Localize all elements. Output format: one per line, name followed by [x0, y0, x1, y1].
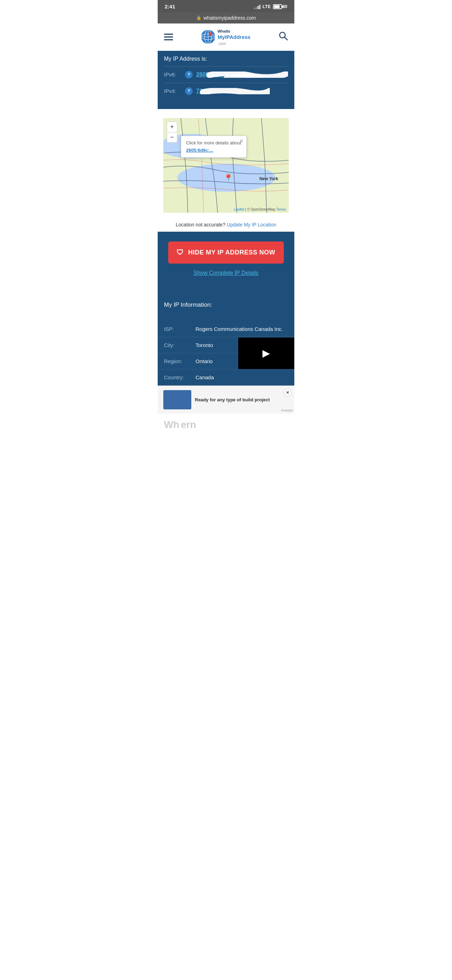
country-row: Country: Canada — [158, 369, 294, 385]
map-zoom-out-button[interactable]: − — [167, 132, 177, 143]
map-svg — [163, 118, 289, 213]
shield-icon: 🛡 — [177, 248, 184, 256]
bottom-ad-banner: Ready for any type of build project ✕ Fr… — [158, 385, 294, 414]
ip-details-container: ISP: Rogers Communications Canada Inc. C… — [158, 321, 294, 385]
city-label: City: — [164, 342, 196, 348]
play-button-icon[interactable]: ▶ — [263, 347, 270, 359]
ad-text-area: Ready for any type of build project — [195, 396, 289, 403]
ad-title: Ready for any type of build project — [195, 397, 270, 402]
lte-label: LTE — [263, 4, 271, 9]
section-arrow-1 — [158, 99, 294, 109]
ipv4-help-button[interactable]: ? — [185, 87, 193, 95]
signal-strength-icon — [254, 4, 260, 9]
map-zoom-in-button[interactable]: + — [167, 122, 177, 132]
map-label-newyork: New York — [259, 176, 278, 181]
logo-text: WhatIs MyIPAddress .com — [218, 28, 250, 46]
ipv4-label: IPv4: — [164, 88, 181, 94]
ipv6-value: 2605:6d6c:11... — [196, 72, 236, 78]
location-accuracy-text: Location not accurate? — [176, 222, 226, 228]
isp-row: ISP: Rogers Communications Canada Inc. — [158, 321, 294, 337]
svg-point-5 — [209, 32, 212, 36]
logo-myip: MyIPAddress — [218, 34, 250, 40]
nav-header: WhatIs MyIPAddress .com — [158, 24, 294, 51]
ip-information-title: My IP Information: — [164, 301, 212, 308]
section-arrow-2 — [158, 286, 294, 296]
ipv4-value: 72.1... — [196, 88, 212, 94]
status-indicators: LTE 80 — [254, 4, 287, 9]
ipv6-row: IPv6: ? 2605:6d6c:11... — [164, 66, 288, 83]
ipv4-row: IPv4: ? 72.1... — [164, 83, 288, 99]
hamburger-menu-button[interactable] — [164, 33, 173, 40]
ip-details-table: ISP: Rogers Communications Canada Inc. C… — [158, 321, 294, 385]
update-location-link[interactable]: Update My IP Location — [227, 222, 276, 228]
lock-icon: 🔒 — [196, 16, 202, 20]
partial-text-section: Wh ern — [158, 414, 294, 436]
svg-line-7 — [285, 37, 287, 40]
ip-info-section: My IP Address is: IPv6: ? 2605:6d6c:11..… — [158, 51, 294, 99]
ipv6-label: IPv6: — [164, 72, 181, 78]
battery-level: 80 — [283, 4, 287, 9]
ad-image — [163, 390, 191, 409]
map-controls: + − — [167, 122, 177, 143]
tooltip-ip-link[interactable]: 2605:6d6c:... — [186, 148, 213, 153]
partial-text-display: Wh — [164, 419, 180, 430]
gap-1 — [158, 109, 294, 113]
country-value: Canada — [196, 374, 288, 380]
ipv6-help-button[interactable]: ? — [185, 71, 193, 78]
isp-value: Rogers Communications Canada Inc. — [196, 326, 288, 332]
map-tooltip: ✕ Click for more details about 2605:6d6c… — [181, 136, 247, 158]
ad-freestar-label: Freestar — [281, 409, 293, 412]
partial-text-ern: ern — [181, 419, 196, 430]
map-background: + − ✕ Click for more details about 2605:… — [163, 118, 289, 213]
region-label: Region: — [164, 358, 196, 364]
tooltip-close-button[interactable]: ✕ — [239, 138, 244, 144]
video-player[interactable]: ▶ — [238, 337, 294, 369]
show-complete-ip-details-link[interactable]: Show Complete IP Details — [193, 270, 259, 276]
time-display: 2:41 — [165, 3, 175, 10]
logo-dotcom: .com — [218, 41, 226, 46]
map-attribution: Leaflet | © OpenStreetMap Terms — [234, 207, 286, 212]
ad-close-button[interactable]: ✕ — [284, 389, 291, 396]
site-logo[interactable]: WhatIs MyIPAddress .com — [201, 28, 250, 46]
country-label: Country: — [164, 374, 196, 380]
battery-indicator: 80 — [273, 4, 287, 9]
osm-terms-link[interactable]: Terms — [277, 207, 286, 212]
ip-section-label: My IP Address is: — [164, 56, 288, 62]
section-arrow-3 — [158, 311, 294, 321]
globe-icon — [201, 29, 215, 44]
leaflet-link[interactable]: Leaflet — [234, 207, 244, 212]
ip-information-header: My IP Information: — [158, 296, 294, 311]
hide-ip-button[interactable]: 🛡 HIDE MY IP ADDRESS NOW — [168, 242, 284, 264]
region-row: Region: Ontario ▶ — [158, 353, 294, 369]
tooltip-text: Click for more details about — [186, 140, 242, 145]
url-bar[interactable]: 🔒 whatismyipaddress.com — [158, 12, 294, 24]
url-text: whatismyipaddress.com — [204, 15, 256, 21]
status-bar: 2:41 LTE 80 — [158, 0, 294, 12]
logo-whatis: WhatIs — [218, 29, 230, 33]
location-accuracy-section: Location not accurate? Update My IP Loca… — [158, 218, 294, 232]
map-pin-icon: 📍 — [224, 174, 233, 183]
isp-label: ISP: — [164, 326, 196, 332]
hide-ip-section: 🛡 HIDE MY IP ADDRESS NOW Show Complete I… — [158, 232, 294, 286]
map-container[interactable]: + − ✕ Click for more details about 2605:… — [163, 118, 289, 213]
hide-ip-button-label: HIDE MY IP ADDRESS NOW — [188, 249, 275, 256]
search-button[interactable] — [278, 31, 288, 43]
